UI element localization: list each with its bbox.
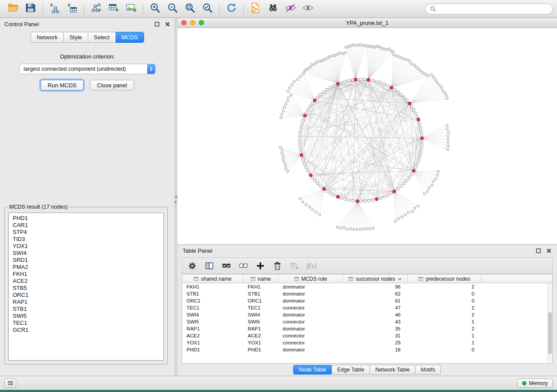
close-table-panel-icon[interactable] (546, 248, 552, 254)
export-image-button[interactable] (122, 1, 140, 16)
tab-edge-table[interactable]: Edge Table (332, 365, 370, 375)
save-button[interactable] (22, 1, 39, 16)
mcds-result-item[interactable]: CAR1 (13, 222, 159, 229)
column-header-name[interactable]: name (243, 275, 278, 283)
close-panel-icon[interactable] (165, 21, 170, 27)
zoom-out-button[interactable] (164, 1, 181, 16)
cell-successor: 61 (343, 298, 408, 303)
column-chooser-button[interactable] (204, 261, 214, 271)
mcds-result-item[interactable]: RAP1 (13, 299, 159, 306)
function-builder-button[interactable]: f(x) (307, 262, 316, 270)
table-row[interactable]: PHD1PHD1dominator180 (182, 346, 552, 353)
tab-select[interactable]: Select (88, 32, 116, 43)
network-canvas[interactable] (177, 28, 557, 244)
menu-button[interactable] (4, 378, 16, 388)
select-all-button[interactable] (221, 261, 231, 271)
network-titlebar[interactable]: YPA_prune.txt_1 (177, 18, 557, 28)
open-folder-button[interactable] (4, 1, 22, 16)
table-toolbar: f(x) (182, 258, 553, 274)
cell-shared_name: STB1 (182, 291, 243, 296)
mcds-result-item[interactable]: STB5 (13, 285, 159, 292)
show-graphics-details-button[interactable] (299, 1, 317, 16)
unselect-all-button[interactable] (239, 261, 248, 271)
column-header-successor-nodes[interactable]: successor nodes (343, 275, 408, 283)
mcds-result-item[interactable]: SWI4 (13, 250, 159, 257)
column-header-mcds-role[interactable]: MCDS role (278, 275, 343, 283)
mcds-result-item[interactable]: SWI5 (13, 313, 159, 320)
new-table-button[interactable] (105, 1, 122, 16)
control-panel: Control Panel NetworkStyleSelectMCDS Opt… (0, 18, 175, 376)
delete-row-button[interactable] (273, 261, 282, 271)
cell-name: SWI4 (243, 312, 278, 317)
mcds-result-list[interactable]: PHD1CAR1STP4TID3YOX1SWI4SRD1PMA2FKH1ACE2… (8, 213, 164, 361)
zoom-in-button[interactable] (146, 1, 164, 16)
cell-shared_name: SWI4 (182, 312, 243, 317)
memory-button[interactable]: Memory (517, 378, 553, 388)
collapse-left-icon[interactable] (175, 195, 177, 199)
scrollbar-thumb[interactable] (548, 312, 552, 354)
tab-mcds[interactable]: MCDS (116, 32, 144, 43)
table-row[interactable]: RAP1RAP1dominator352 (182, 325, 552, 332)
cell-name: RAP1 (243, 326, 278, 331)
table-row[interactable]: FKH1FKH1dominator962 (182, 283, 552, 290)
table-row[interactable]: SWI4SWI4dominator462 (182, 311, 552, 318)
node-table: shared namenameMCDS rolesuccessor nodesp… (182, 274, 553, 364)
mcds-result-item[interactable]: PMA2 (13, 264, 159, 271)
minimize-window-button[interactable] (190, 20, 195, 25)
table-settings-button[interactable] (187, 261, 197, 271)
mcds-result-item[interactable]: SRD1 (13, 257, 159, 264)
run-mcds-button[interactable]: Run MCDS (41, 80, 83, 90)
tab-network[interactable]: Network (31, 32, 64, 43)
zoom-selected-button[interactable] (199, 1, 216, 16)
mcds-result-title: MCDS result (17 nodes) (7, 204, 69, 210)
tab-node-table[interactable]: Node Table (293, 365, 332, 375)
zoom-fit-button[interactable] (181, 1, 199, 16)
criterion-dropdown[interactable]: largest connected component (undirected) (19, 64, 156, 74)
mcds-result-item[interactable]: GCR1 (13, 327, 159, 334)
import-network-button[interactable] (46, 1, 63, 16)
mcds-result-item[interactable]: ACE2 (13, 278, 159, 285)
float-panel-icon[interactable] (154, 21, 160, 27)
tab-network-table[interactable]: Network Table (370, 365, 415, 375)
mcds-result-item[interactable]: TID3 (13, 236, 159, 243)
mcds-result-item[interactable]: FKH1 (13, 271, 159, 278)
search-network-button[interactable] (264, 1, 282, 16)
cell-name: ACE2 (243, 333, 278, 338)
mcds-result-item[interactable]: ORC1 (13, 292, 159, 299)
expand-right-icon[interactable] (175, 200, 177, 204)
cell-name: TEC1 (243, 305, 278, 310)
cell-successor: 29 (343, 340, 408, 345)
cell-mcds_role: dominator (278, 284, 343, 289)
delete-table-button[interactable] (290, 261, 299, 271)
refresh-button[interactable] (223, 1, 240, 16)
tab-motifs[interactable]: Motifs (415, 365, 441, 375)
table-row[interactable]: YOX1YOX1connector291 (182, 339, 552, 346)
mcds-result-item[interactable]: YOX1 (13, 243, 159, 250)
table-row[interactable]: SWI5SWI5connector431 (182, 318, 552, 325)
zoom-window-button[interactable] (199, 20, 204, 25)
column-header-shared-name[interactable]: shared name (182, 275, 243, 283)
table-scrollbar[interactable] (547, 283, 552, 363)
hide-graphics-details-button[interactable] (282, 1, 299, 16)
column-header-predecessor-nodes[interactable]: predecessor nodes (408, 275, 481, 283)
share-document-button[interactable] (247, 1, 264, 16)
import-table-button[interactable] (63, 1, 81, 16)
add-row-button[interactable] (256, 261, 265, 271)
table-row[interactable]: TEC1TEC1connector472 (182, 304, 552, 311)
panel-splitter[interactable] (175, 18, 177, 376)
close-panel-button[interactable]: Close panel (90, 80, 134, 90)
float-table-panel-icon[interactable] (536, 248, 541, 254)
mcds-result-item[interactable]: STP4 (13, 229, 159, 236)
table-row[interactable]: ACE2ACE2connector311 (182, 332, 552, 339)
tab-style[interactable]: Style (64, 32, 88, 43)
close-window-button[interactable] (181, 20, 187, 25)
column-label: MCDS role (301, 276, 327, 282)
mcds-result-item[interactable]: PHD1 (13, 215, 159, 222)
new-network-button[interactable] (87, 1, 105, 16)
search-box[interactable] (425, 3, 553, 14)
search-input[interactable] (439, 6, 548, 12)
mcds-result-item[interactable]: TEC1 (13, 320, 159, 327)
table-row[interactable]: ORC1ORC1dominator610 (182, 297, 552, 304)
table-row[interactable]: STB1STB1dominator620 (182, 290, 552, 297)
mcds-result-item[interactable]: STB1 (13, 306, 159, 313)
